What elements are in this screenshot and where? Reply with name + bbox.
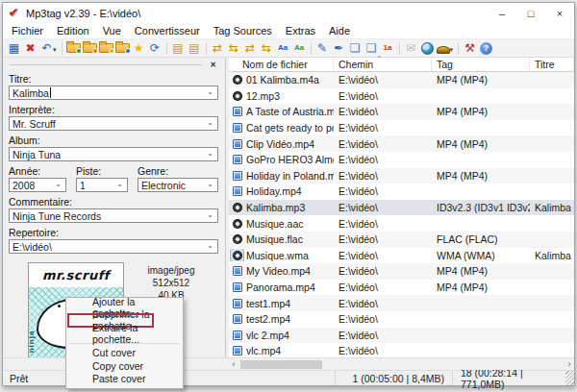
file-tag: MP4 (MP4) [432, 282, 530, 293]
album-label: Album: [9, 135, 218, 146]
chevron-down-icon[interactable]: ⌄ [207, 180, 217, 190]
table-row[interactable]: My Video.mp4E:\vidéo\MP4 (MP4) [229, 263, 574, 280]
menu-tag-sources[interactable]: Tag Sources [207, 23, 279, 38]
artist-combobox[interactable]: Mr. Scruff ⌄ [9, 116, 218, 131]
export-icon[interactable]: ❏ [364, 40, 380, 56]
table-row[interactable]: Musique.aacE:\vidéo\ [229, 215, 574, 232]
scroll-right-icon[interactable]: › [564, 359, 574, 370]
comment-value: Ninja Tune Records [13, 210, 101, 222]
actions-quick-icon[interactable]: Aa [291, 40, 308, 56]
menu-aide[interactable]: Aide [322, 23, 357, 38]
close-button[interactable]: × [545, 3, 574, 23]
file-path: E:\vidéo\ [334, 74, 432, 86]
actions-icon[interactable]: Aa [275, 40, 291, 56]
directory-combobox[interactable]: E:\vidéo\ ⌄ [9, 239, 218, 254]
video-file-icon [231, 297, 243, 309]
context-menu-item-cut-cover[interactable]: Cut cover [66, 347, 183, 360]
resize-grip[interactable] [565, 371, 574, 385]
new-directory-icon[interactable] [98, 40, 114, 56]
toolbar-separator [311, 42, 312, 55]
table-row[interactable]: 01 Kalimba.m4aE:\vidéo\MP4 (MP4) [229, 72, 574, 88]
toolbar: ▦✖↶▾★⟳▤▤⇄⇆⇄⇆AaAa✎✒❏❏1a✉▾⚒? [3, 39, 574, 58]
web-sources-icon[interactable] [419, 40, 436, 56]
table-row[interactable]: Kalimba.mp3E:\vidéo\ID3v2.3 (ID3v1 ID3v2… [229, 200, 574, 216]
scroll-left-icon[interactable]: ‹ [229, 359, 238, 370]
remove-tag-icon[interactable]: ✖ [22, 40, 38, 56]
open-directory-icon[interactable] [114, 40, 131, 56]
minimize-button[interactable]: – [488, 3, 516, 23]
convert-textfile-tag-icon[interactable]: ⇆ [259, 40, 275, 56]
chevron-down-icon[interactable]: ⌄ [207, 149, 217, 159]
table-row[interactable]: Holiday in Poland.mp4E:\vidéo\MP4 (MP4) [229, 168, 574, 184]
genre-combobox[interactable]: Electronic ⌄ [138, 178, 218, 192]
table-row[interactable]: GoPro HERO3 Almost as E...E:\vidéo\ [229, 152, 574, 168]
chevron-down-icon[interactable]: ⌄ [116, 180, 127, 190]
playlist-export-icon[interactable]: ❏ [347, 40, 364, 56]
horizontal-scrollbar[interactable]: ‹ › [229, 358, 574, 370]
convert-filename-tag-icon[interactable]: ⇆ [226, 40, 242, 56]
chevron-down-icon[interactable]: ⌄ [207, 87, 217, 98]
table-row[interactable]: test2.mp4E:\vidéo\ [229, 311, 574, 328]
menu-fichier[interactable]: Fichier [5, 23, 50, 38]
file-name: Kalimba.mp3 [246, 202, 305, 213]
refresh-icon[interactable]: ⟳ [147, 40, 163, 56]
year-combobox[interactable]: 2008 ⌄ [9, 178, 66, 192]
dropdown-caret-icon[interactable]: ▾ [53, 46, 57, 54]
file-path: E:\vidéo\ [334, 298, 432, 309]
toolbar-separator [399, 42, 400, 55]
close-panel-icon[interactable]: ✕ [208, 61, 218, 69]
column-header-tag[interactable]: Tag [432, 58, 530, 71]
table-row[interactable]: Cat gets ready to pounce...E:\vidéo\ [229, 120, 574, 136]
table-row[interactable]: Musique.wmaE:\vidéo\WMA (WMA)Kalimba [229, 248, 574, 264]
table-row[interactable]: A Taste of Austria.mp4E:\vidéo\MP4 (MP4) [229, 104, 574, 120]
menu-convertisseur[interactable]: Convertisseur [128, 23, 207, 38]
table-row[interactable]: test1.mp4E:\vidéo\ [229, 295, 574, 311]
table-row[interactable]: vlc.mp4E:\vidéo\ [229, 343, 574, 357]
edit-tag-icon[interactable]: ✎ [314, 40, 331, 56]
chevron-down-icon[interactable]: ⌄ [55, 180, 65, 190]
chevron-down-icon[interactable]: ⌄ [207, 118, 217, 129]
context-menu-item-extraire-la-pochette[interactable]: Extraire la pochette... [66, 327, 183, 340]
menu-extras[interactable]: Extras [279, 23, 322, 38]
table-row[interactable]: 12.mp3E:\vidéo\ [229, 88, 574, 105]
comment-combobox[interactable]: Ninja Tune Records ⌄ [9, 208, 218, 223]
quick-actions-icon[interactable]: ✒ [331, 40, 347, 56]
column-header-filename[interactable]: Nom de fichier [229, 58, 334, 71]
scrollbar-thumb[interactable] [240, 360, 322, 369]
file-tag: FLAC (FLAC) [432, 233, 530, 245]
file-list: ˆ Nom de fichier Chemin Tag Titre 01 Kal… [229, 58, 574, 357]
maximize-button[interactable]: □ [516, 3, 545, 23]
context-menu-item-paste-cover[interactable]: Paste cover [66, 373, 183, 386]
table-row[interactable]: vlc 2.mp4E:\vidéo\ [229, 328, 574, 344]
tools-icon[interactable]: ⚒ [462, 40, 478, 56]
table-row[interactable]: Clip Vidéo.mp4E:\vidéo\MP4 (MP4) [229, 135, 574, 152]
parent-directory-icon[interactable] [82, 40, 98, 56]
convert-tag-filename-icon[interactable]: ⇄ [210, 40, 226, 56]
change-directory-icon[interactable] [65, 40, 82, 56]
menu-edition[interactable]: Edition [50, 23, 96, 38]
context-menu-item-copy-cover[interactable]: Copy cover [66, 359, 183, 373]
convert-filename-filename-icon[interactable]: ⇄ [242, 40, 259, 56]
album-combobox[interactable]: Ninja Tuna ⌄ [9, 147, 218, 161]
track-combobox[interactable]: 1 ⌄ [76, 178, 128, 192]
save-tag-icon[interactable]: ▦ [6, 40, 22, 56]
column-header-path[interactable]: Chemin [334, 58, 432, 71]
dropdown-caret-icon[interactable]: ▾ [450, 46, 454, 54]
menu-vue[interactable]: Vue [96, 23, 128, 38]
column-header-title[interactable]: Titre [530, 58, 574, 71]
file-name: Musique.wma [246, 250, 309, 261]
autonumber-icon[interactable]: 1a [380, 40, 396, 56]
cover-mime: image/jpeg [124, 264, 218, 277]
table-row[interactable]: Musique.flacE:\vidéo\FLAC (FLAC) [229, 232, 574, 248]
table-row[interactable]: Holiday.mp4E:\vidéo\ [229, 184, 574, 200]
playlist-icon[interactable]: ▤ [170, 40, 187, 56]
favorites-star-icon[interactable]: ★ [131, 40, 147, 56]
playlist-add-icon[interactable]: ▤ [187, 40, 203, 56]
chevron-down-icon[interactable]: ⌄ [207, 241, 217, 252]
file-title: Kalimba [530, 202, 574, 213]
chevron-down-icon[interactable]: ⌄ [207, 210, 217, 221]
help-icon[interactable]: ? [478, 40, 494, 56]
table-row[interactable]: Panorama.mp4E:\vidéo\MP4 (MP4) [229, 280, 574, 296]
title-combobox[interactable]: Kalimba ⌄ [9, 86, 218, 100]
mail-icon[interactable]: ✉ [403, 40, 419, 56]
